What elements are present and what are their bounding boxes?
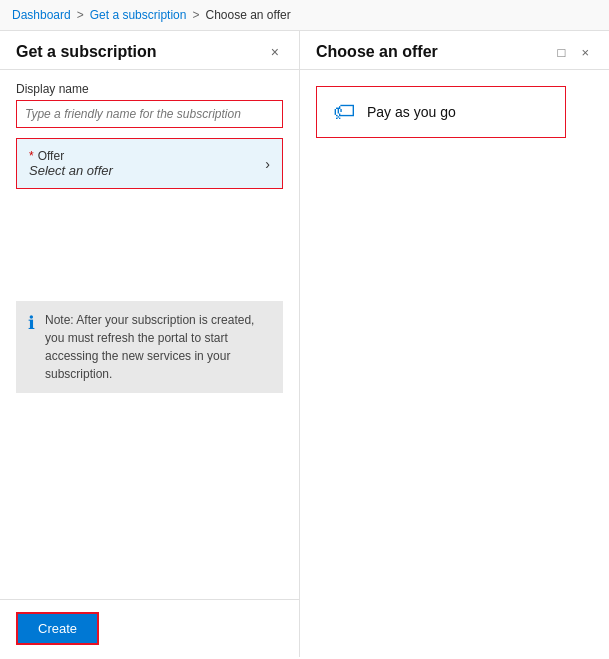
offer-card-pay-as-you-go[interactable]: 🏷 Pay as you go [316,86,566,138]
right-panel-title: Choose an offer [316,43,438,61]
offer-tag-icon: 🏷 [333,99,355,125]
info-icon: ℹ [28,312,35,334]
main-content: Get a subscription × Display name * Offe… [0,31,609,657]
left-panel-close-button[interactable]: × [267,43,283,61]
create-button[interactable]: Create [16,612,99,645]
left-panel-title: Get a subscription [16,43,156,61]
right-panel-content: 🏷 Pay as you go [300,70,609,657]
left-panel: Get a subscription × Display name * Offe… [0,31,300,657]
display-name-input[interactable] [16,100,283,128]
breadcrumb-current: Choose an offer [205,8,290,22]
right-panel-controls: □ × [554,44,593,61]
right-panel-header: Choose an offer □ × [300,31,609,70]
offer-field: * Offer Select an offer › [16,138,283,189]
offer-label: Offer [38,149,64,163]
offer-card-name: Pay as you go [367,104,456,120]
display-name-field: Display name [16,82,283,128]
right-panel: Choose an offer □ × 🏷 Pay as you go [300,31,609,657]
offer-selector-content: * Offer Select an offer [29,149,113,178]
breadcrumb: Dashboard > Get a subscription > Choose … [0,0,609,31]
right-panel-close-button[interactable]: × [577,44,593,61]
breadcrumb-sep-2: > [192,8,199,22]
left-panel-footer: Create [0,599,299,657]
left-panel-header: Get a subscription × [0,31,299,70]
display-name-label: Display name [16,82,283,96]
offer-chevron-icon: › [265,156,270,172]
offer-selector[interactable]: * Offer Select an offer › [16,138,283,189]
breadcrumb-sep-1: > [77,8,84,22]
breadcrumb-get-subscription[interactable]: Get a subscription [90,8,187,22]
breadcrumb-dashboard[interactable]: Dashboard [12,8,71,22]
offer-placeholder-text: Select an offer [29,163,113,178]
right-panel-maximize-button[interactable]: □ [554,44,570,61]
form-area: Display name * Offer Select an offer › [0,70,299,293]
info-text: Note: After your subscription is created… [45,311,271,383]
offer-required-star: * [29,149,34,163]
info-box: ℹ Note: After your subscription is creat… [16,301,283,393]
